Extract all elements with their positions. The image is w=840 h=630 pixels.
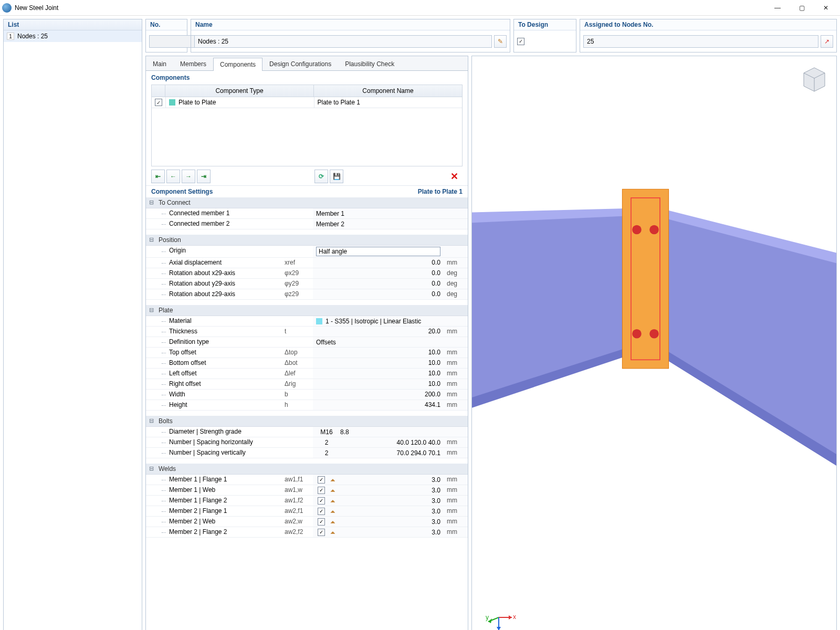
svg-point-8 [632, 225, 642, 235]
component-row[interactable]: ✓ Plate to Plate Plate to Plate 1 [152, 97, 462, 108]
name-box: Name ✎ [191, 19, 510, 52]
no-label: No. [146, 19, 187, 30]
settings-subheading: Plate to Plate 1 [418, 188, 463, 195]
tab-bar: Main Members Components Design Configura… [146, 56, 468, 71]
assigned-label: Assigned to Nodes No. [580, 19, 836, 30]
svg-marker-20 [488, 618, 492, 623]
model-render [472, 56, 836, 630]
weld-checkbox[interactable]: ✓ [318, 497, 325, 505]
minimize-button[interactable]: — [765, 0, 790, 16]
component-checkbox[interactable]: ✓ [155, 99, 162, 106]
weld-icon: ⏶ [330, 529, 336, 536]
name-label: Name [191, 19, 510, 30]
svg-marker-17 [509, 615, 512, 620]
col-name: Component Name [314, 85, 462, 97]
close-button[interactable]: ✕ [814, 0, 838, 16]
move-last-icon[interactable]: ⇥ [197, 170, 211, 183]
list-header: List [4, 19, 142, 30]
library-icon[interactable]: ⟳ [314, 170, 328, 183]
svg-point-9 [649, 225, 659, 235]
material-swatch-icon [316, 318, 322, 324]
weld-icon: ⏶ [330, 476, 336, 484]
tab-main[interactable]: Main [146, 57, 173, 70]
view-cube-icon[interactable] [799, 62, 830, 94]
weld-checkbox[interactable]: ✓ [318, 487, 325, 494]
tab-plausibility[interactable]: Plausibility Check [338, 57, 401, 70]
name-input[interactable] [194, 35, 492, 48]
svg-text:x: x [513, 613, 516, 621]
svg-rect-6 [622, 189, 668, 368]
svg-point-10 [632, 329, 642, 339]
assigned-input[interactable] [583, 35, 818, 48]
cat-bolts[interactable]: Bolts [146, 416, 468, 427]
weld-icon: ⏶ [330, 497, 336, 505]
component-swatch-icon [169, 99, 175, 106]
no-box: No. [145, 19, 187, 52]
app-icon [2, 3, 12, 13]
cat-plate[interactable]: Plate [146, 305, 468, 316]
settings-heading: Component Settings [151, 188, 213, 195]
list-item-index: 1 [7, 33, 14, 40]
to-design-label: To Design [514, 19, 576, 30]
axis-triad-icon: x y z [486, 607, 517, 630]
list-item-label: Nodes : 25 [17, 33, 48, 40]
weld-checkbox[interactable]: ✓ [318, 529, 325, 536]
svg-text:y: y [486, 614, 489, 621]
3d-viewer[interactable]: x y z ▦ ▾ 👁 ↕X ↕Y ↕Z ↕Z ▤▾ ⊞▾ [471, 56, 837, 630]
cat-welds[interactable]: Welds [146, 464, 468, 475]
weld-icon: ⏶ [330, 487, 336, 494]
weld-icon: ⏶ [330, 518, 336, 526]
save-icon[interactable]: 💾 [330, 170, 343, 183]
tab-members[interactable]: Members [173, 57, 213, 70]
editor-panel: Main Members Components Design Configura… [145, 56, 468, 630]
tab-design-config[interactable]: Design Configurations [262, 57, 338, 70]
weld-checkbox[interactable]: ✓ [318, 476, 325, 484]
maximize-button[interactable]: ▢ [790, 0, 814, 16]
components-grid: Component Type Component Name ✓ Plate to… [151, 85, 463, 166]
window-titlebar: New Steel Joint — ▢ ✕ [0, 0, 840, 16]
components-heading: Components [151, 74, 190, 81]
tab-components[interactable]: Components [213, 58, 262, 71]
window-title: New Steel Joint [15, 4, 58, 12]
assigned-box: Assigned to Nodes No. ↗ [580, 19, 837, 52]
settings-tree[interactable]: To Connect Connected member 1Member 1 Co… [146, 197, 468, 630]
weld-icon: ⏶ [330, 508, 336, 515]
list-panel: List 1 Nodes : 25 ▭ ⧉ ✓ ✓✓ ✕ [3, 19, 142, 630]
to-design-box: To Design ✓ [513, 19, 576, 52]
weld-checkbox[interactable]: ✓ [318, 518, 325, 526]
col-type: Component Type [165, 85, 314, 97]
weld-checkbox[interactable]: ✓ [318, 508, 325, 515]
cat-position[interactable]: Position [146, 235, 468, 246]
delete-component-icon[interactable]: ✕ [447, 170, 461, 183]
components-toolbar: ⇤ ← → ⇥ ⟳ 💾 ✕ [151, 170, 463, 183]
pick-node-icon[interactable]: ↗ [821, 35, 833, 48]
move-left-icon[interactable]: ← [166, 170, 180, 183]
origin-input[interactable] [316, 247, 440, 256]
move-first-icon[interactable]: ⇤ [151, 170, 165, 183]
move-right-icon[interactable]: → [182, 170, 195, 183]
cat-to-connect[interactable]: To Connect [146, 197, 468, 208]
to-design-checkbox[interactable]: ✓ [517, 38, 524, 45]
edit-name-icon[interactable]: ✎ [494, 35, 507, 48]
list-item[interactable]: 1 Nodes : 25 [4, 30, 142, 42]
svg-point-11 [649, 329, 659, 339]
